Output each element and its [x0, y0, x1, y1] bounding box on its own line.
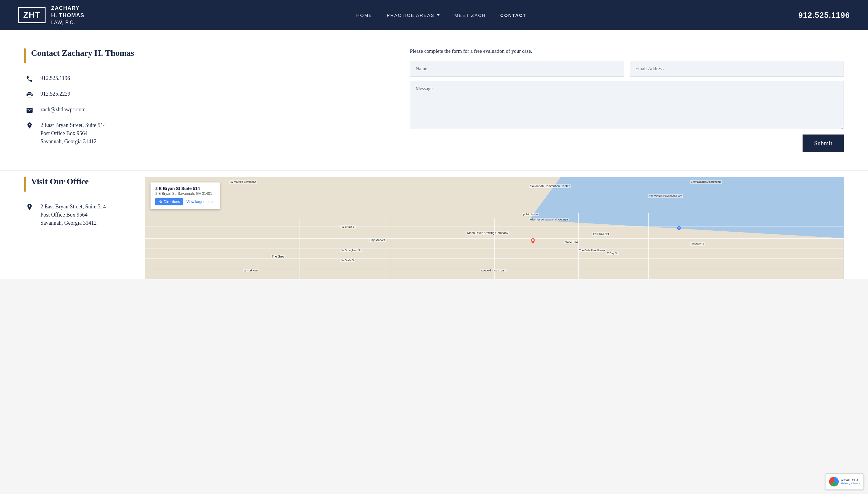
- road-v5: [648, 213, 649, 279]
- visit-col: Visit Our Office 2 East Bryan Street, Su…: [24, 177, 127, 227]
- map-col: IW Marriott Savannah Savannah Convention…: [145, 177, 844, 279]
- dropdown-caret: [437, 14, 440, 16]
- fax-row: 912.525.2229: [25, 90, 386, 99]
- email-row: zach@zhtlawpc.com: [25, 106, 386, 115]
- submit-button[interactable]: Submit: [803, 134, 844, 152]
- contact-title: Contact Zachary H. Thomas: [31, 48, 134, 58]
- map-label-rossiter: Rossiter Pl: [690, 242, 705, 246]
- visit-address-row: 2 East Bryan Street, Suite 514 Post Offi…: [25, 203, 127, 227]
- map-label-westin: The Westin Savannah Harb: [648, 194, 683, 198]
- visit-heading: Visit Our Office: [24, 177, 127, 192]
- contact-form-col: Please complete the form for a free eval…: [410, 48, 844, 152]
- map-label-suite514: Suite 514: [564, 240, 579, 244]
- map-popup-address: 2 E Bryan St, Savannah, GA 31401: [155, 191, 215, 196]
- map-label-public-house: public house: [522, 213, 540, 216]
- map-container[interactable]: IW Marriott Savannah Savannah Convention…: [145, 177, 844, 279]
- email-input[interactable]: [630, 61, 844, 77]
- map-label-wstate: W State St: [341, 259, 355, 262]
- nav-contact[interactable]: CONTACT: [500, 13, 526, 18]
- map-direction-icon: [676, 225, 682, 231]
- site-header: ZHT ZACHARY H. THOMAS LAW, P.C. HOME PRA…: [0, 0, 868, 30]
- fax-number: 912.525.2229: [40, 90, 70, 98]
- email-address: zach@zhtlawpc.com: [40, 106, 86, 114]
- road-v2: [390, 218, 390, 279]
- nav-meet-zach[interactable]: MEET ZACH: [454, 13, 486, 18]
- map-pin[interactable]: [529, 238, 537, 246]
- map-label-ebay: E Bay St: [606, 251, 619, 255]
- road-v4: [578, 213, 579, 279]
- header-phone: 912.525.1196: [798, 11, 850, 20]
- name-input[interactable]: [410, 61, 624, 77]
- visit-address-block: 2 East Bryan Street, Suite 514 Post Offi…: [25, 203, 127, 227]
- message-textarea[interactable]: [410, 81, 844, 129]
- map-label-wbryan: W Bryan St: [341, 225, 356, 229]
- email-icon: [25, 106, 34, 115]
- map-view-larger-link[interactable]: View larger map: [187, 200, 212, 204]
- map-label-pink-house: The Olde Pink House: [578, 248, 606, 252]
- main-nav: HOME PRACTICE AREAS MEET ZACH CONTACT: [356, 13, 526, 18]
- visit-address-text: 2 East Bryan Street, Suite 514 Post Offi…: [40, 203, 106, 227]
- map-label-eriver: East River St: [592, 232, 610, 236]
- contact-heading: Contact Zachary H. Thomas: [24, 48, 386, 63]
- logo-text: ZACHARY H. THOMAS LAW, P.C.: [51, 4, 84, 26]
- contact-details: 912.525.1196 912.525.2229 zach@zht: [25, 74, 386, 146]
- fax-icon: [25, 91, 34, 99]
- map-directions-button[interactable]: Directions: [155, 198, 184, 205]
- visit-location-icon: [25, 203, 34, 212]
- map-label-wyork: W York Ave: [243, 269, 258, 272]
- map-label-city-market: City Market: [369, 238, 386, 242]
- visit-gold-bar: [24, 177, 26, 192]
- visit-title: Visit Our Office: [31, 177, 89, 186]
- road-v1: [299, 218, 300, 279]
- gold-bar: [24, 48, 26, 63]
- map-popup-title: 2 E Bryan St Suite 514: [155, 186, 215, 191]
- form-submit-row: Submit: [410, 134, 844, 152]
- map-label-leopolds: Leopold's Ice Cream: [480, 269, 507, 272]
- form-name-email-row: [410, 61, 844, 77]
- logo-area[interactable]: ZHT ZACHARY H. THOMAS LAW, P.C.: [18, 4, 84, 26]
- map-label-moon-river: Moon River Brewing Company: [466, 231, 509, 235]
- phone-icon: [25, 75, 34, 83]
- address-row: 2 East Bryan Street, Suite 514 Post Offi…: [25, 121, 386, 146]
- map-label-river-street: River Street Savannah Georgia: [529, 218, 569, 221]
- logo-box: ZHT: [18, 7, 45, 23]
- svg-point-0: [532, 239, 534, 241]
- phone-number: 912.525.1196: [40, 74, 70, 82]
- main-content: Contact Zachary H. Thomas 912.525.1196: [0, 30, 868, 170]
- map-label-emmajames: EmmaJames Apartments: [690, 180, 722, 184]
- phone-row: 912.525.1196: [25, 74, 386, 83]
- map-label-wbroughton: W Broughton St: [341, 248, 362, 252]
- office-address: 2 East Bryan Street, Suite 514 Post Offi…: [40, 121, 106, 146]
- form-intro: Please complete the form for a free eval…: [410, 48, 844, 54]
- contact-info-col: Contact Zachary H. Thomas 912.525.1196: [24, 48, 386, 152]
- map-label-grey: The Grey: [271, 254, 285, 259]
- map-popup-actions: Directions View larger map: [155, 198, 215, 205]
- location-icon: [25, 122, 34, 130]
- map-popup: 2 E Bryan St Suite 514 2 E Bryan St, Sav…: [151, 183, 220, 209]
- nav-practice-areas[interactable]: PRACTICE AREAS: [387, 13, 440, 18]
- map-label-marriott: IW Marriott Savannah: [229, 180, 257, 184]
- nav-home[interactable]: HOME: [356, 13, 372, 18]
- map-label-convention: Savannah Convention Center: [529, 184, 571, 188]
- visit-section: Visit Our Office 2 East Bryan Street, Su…: [0, 170, 868, 279]
